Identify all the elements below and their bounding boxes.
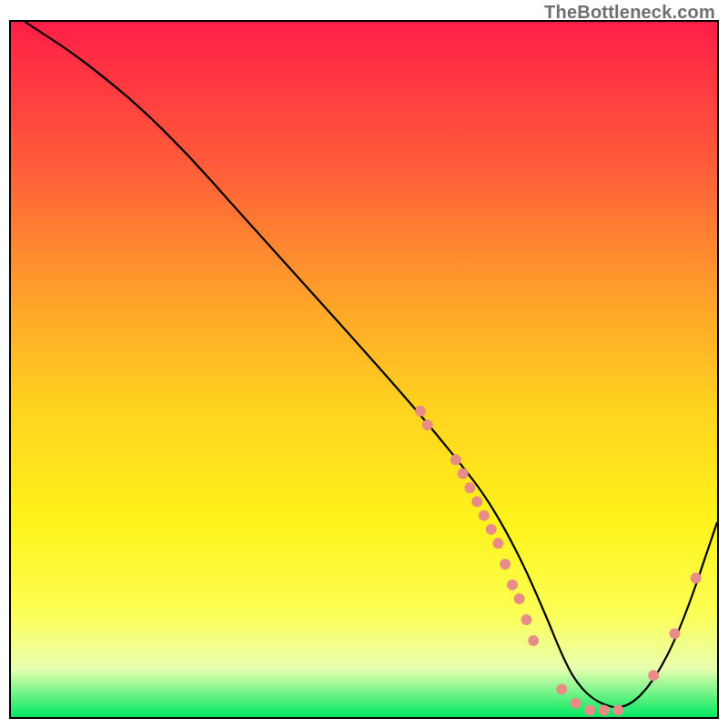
sample-point	[422, 420, 433, 430]
sample-point	[479, 510, 490, 521]
sample-point	[528, 635, 539, 646]
sample-point	[464, 482, 475, 493]
sample-point	[571, 698, 581, 709]
bottleneck-chart	[11, 22, 717, 717]
chart-background	[11, 22, 717, 717]
sample-point	[584, 704, 595, 715]
sample-point	[486, 524, 497, 535]
sample-point	[514, 593, 525, 604]
sample-point	[500, 559, 511, 570]
sample-point	[669, 628, 680, 639]
sample-point	[612, 704, 623, 715]
sample-point	[521, 614, 532, 625]
sample-point	[556, 683, 567, 694]
sample-point	[648, 670, 659, 681]
plot-frame	[9, 20, 719, 719]
sample-point	[691, 572, 702, 583]
sample-point	[599, 704, 610, 715]
sample-point	[492, 538, 503, 549]
sample-point	[450, 454, 461, 465]
sample-point	[507, 580, 518, 591]
sample-point	[471, 496, 482, 507]
sample-point	[458, 469, 469, 480]
sample-point	[415, 406, 426, 417]
